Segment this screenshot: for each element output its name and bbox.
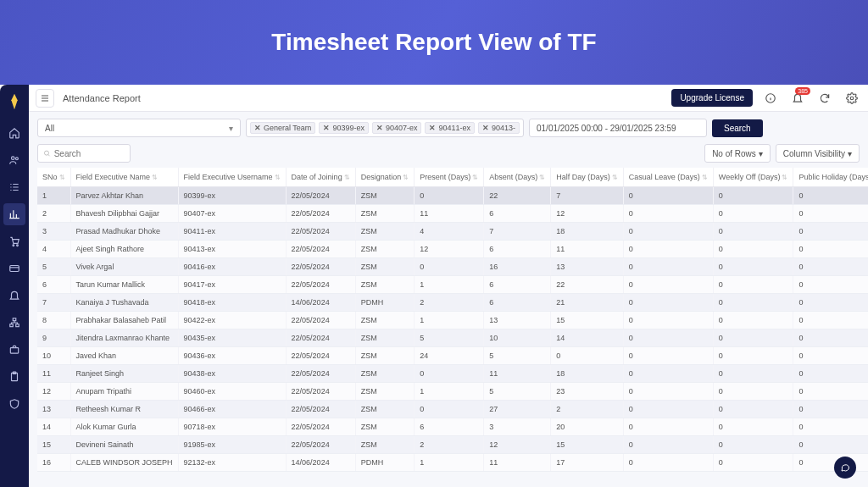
table-row[interactable]: 4Ajeet Singh Rathore90413-ex22/05/2024ZS… <box>37 241 868 258</box>
table-cell: 22/05/2024 <box>286 276 355 294</box>
table-cell: 5 <box>484 383 551 401</box>
nav-home-icon[interactable] <box>3 122 25 144</box>
svg-rect-8 <box>10 348 18 353</box>
table-cell: 0 <box>415 365 484 383</box>
table-row[interactable]: 13Retheesh Kumar R90466-ex22/05/2024ZSM0… <box>37 401 868 418</box>
table-search[interactable] <box>37 144 131 163</box>
chevron-down-icon: ▾ <box>848 149 852 158</box>
table-row[interactable]: 1Parvez Akhtar Khan90399-ex22/05/2024ZSM… <box>37 187 868 205</box>
table-cell: 22 <box>551 276 624 294</box>
table-row[interactable]: 8Prabhakar Balasaheb Patil90422-ex22/05/… <box>37 312 868 329</box>
column-header[interactable]: Absent (Days)⇅ <box>484 168 551 187</box>
refresh-icon[interactable] <box>815 89 834 108</box>
table-cell: 10 <box>37 347 70 365</box>
table-cell: CALEB WINDSOR JOSEPH <box>70 454 178 472</box>
menu-toggle-button[interactable] <box>36 89 54 108</box>
rows-dropdown[interactable]: No of Rows▾ <box>704 144 771 163</box>
table-cell: ZSM <box>355 365 415 383</box>
table-cell: 6 <box>415 418 484 436</box>
table-row[interactable]: 5Vivek Argal90416-ex22/05/2024ZSM0161300… <box>37 258 868 276</box>
table-cell: 6 <box>484 241 551 258</box>
nav-reports-icon[interactable] <box>3 203 25 225</box>
nav-tasks-icon[interactable] <box>3 176 25 198</box>
table-row[interactable]: 3Prasad Madhukar Dhoke90411-ex22/05/2024… <box>37 223 868 241</box>
column-visibility-dropdown[interactable]: Column Visibility▾ <box>776 144 860 163</box>
table-cell: 90418-ex <box>178 294 286 312</box>
filter-dropdown-value: All <box>45 124 54 133</box>
table-cell: 6 <box>484 205 551 223</box>
filter-chip-box[interactable]: ✕General Team✕90399-ex✕90407-ex✕90411-ex… <box>246 119 524 137</box>
table-cell: Retheesh Kumar R <box>70 401 178 418</box>
table-cell: 0 <box>415 258 484 276</box>
table-cell: 0 <box>415 401 484 418</box>
column-header[interactable]: Field Executive Username⇅ <box>178 168 286 187</box>
table-cell: ZSM <box>355 312 415 329</box>
svg-rect-6 <box>10 324 14 327</box>
column-header[interactable]: Public Holiday (Days)⇅ <box>793 168 868 187</box>
filter-dropdown[interactable]: All ▾ <box>37 119 241 137</box>
table-cell: 2 <box>415 436 484 454</box>
table-cell: 5 <box>37 258 70 276</box>
nav-users-icon[interactable] <box>3 149 25 171</box>
nav-clipboard-icon[interactable] <box>3 366 25 388</box>
column-header[interactable]: Casual Leave (Days)⇅ <box>623 168 713 187</box>
column-header[interactable]: Date of Joining⇅ <box>286 168 355 187</box>
table-row[interactable]: 6Tarun Kumar Mallick90417-ex22/05/2024ZS… <box>37 276 868 294</box>
table-row[interactable]: 15Devineni Sainath91985-ex22/05/2024ZSM2… <box>37 436 868 454</box>
column-header[interactable]: Weekly Off (Days)⇅ <box>713 168 793 187</box>
search-button[interactable]: Search <box>712 119 763 137</box>
nav-shield-icon[interactable] <box>3 393 25 415</box>
column-header[interactable]: Field Executive Name⇅ <box>70 168 178 187</box>
table-row[interactable]: 9Jitendra Laxmanrao Khante90435-ex22/05/… <box>37 329 868 347</box>
filter-chip[interactable]: ✕General Team <box>250 122 315 134</box>
hero-title: Timesheet Report View of TF <box>271 29 596 56</box>
table-row[interactable]: 7Kanaiya J Tushavada90418-ex14/06/2024PD… <box>37 294 868 312</box>
nav-card-icon[interactable] <box>3 257 25 279</box>
filter-chip[interactable]: ✕90407-ex <box>372 122 422 134</box>
table-cell: 9 <box>37 329 70 347</box>
nav-cart-icon[interactable] <box>3 230 25 252</box>
column-header[interactable]: Half Day (Days)⇅ <box>551 168 624 187</box>
table-row[interactable]: 12Anupam Tripathi90460-ex22/05/2024ZSM15… <box>37 383 868 401</box>
column-header[interactable]: SNo⇅ <box>37 168 70 187</box>
table-cell: Tarun Kumar Mallick <box>70 276 178 294</box>
table-cell: 4 <box>37 241 70 258</box>
table-cell: ZSM <box>355 401 415 418</box>
table-cell: 14/06/2024 <box>286 294 355 312</box>
table-cell: 0 <box>623 258 713 276</box>
sort-icon: ⇅ <box>702 174 708 181</box>
table-row[interactable]: 11Ranjeet Singh90438-ex22/05/2024ZSM0111… <box>37 365 868 383</box>
filter-chip[interactable]: ✕90413- <box>478 122 520 134</box>
table-search-input[interactable] <box>54 149 125 158</box>
column-header[interactable]: Present (Days)⇅ <box>415 168 484 187</box>
chat-fab-button[interactable] <box>834 457 856 479</box>
sort-icon: ⇅ <box>539 174 545 181</box>
hero-banner: Timesheet Report View of TF <box>0 0 868 85</box>
table-cell: 6 <box>37 276 70 294</box>
upgrade-license-button[interactable]: Upgrade License <box>671 89 753 107</box>
table-row[interactable]: 16CALEB WINDSOR JOSEPH92132-ex14/06/2024… <box>37 454 868 472</box>
table-row[interactable]: 14Alok Kumar Gurla90718-ex22/05/2024ZSM6… <box>37 418 868 436</box>
nav-briefcase-icon[interactable] <box>3 339 25 361</box>
table-cell: 11 <box>484 365 551 383</box>
notifications-icon[interactable]: 385 <box>788 89 807 108</box>
table-cell: 13 <box>37 401 70 418</box>
table-cell: 13 <box>551 258 624 276</box>
settings-icon[interactable] <box>843 89 861 108</box>
info-icon[interactable] <box>761 89 780 108</box>
filter-chip[interactable]: ✕90411-ex <box>425 122 475 134</box>
table-row[interactable]: 2Bhavesh Dilipbhai Gajjar90407-ex22/05/2… <box>37 205 868 223</box>
filter-chip[interactable]: ✕90399-ex <box>319 122 369 134</box>
column-header[interactable]: Designation⇅ <box>355 168 415 187</box>
sort-icon: ⇅ <box>275 174 281 181</box>
table-cell: 0 <box>713 329 793 347</box>
table-cell: 90436-ex <box>178 347 286 365</box>
table-row[interactable]: 10Javed Khan90436-ex22/05/2024ZSM2450000… <box>37 347 868 365</box>
nav-org-icon[interactable] <box>3 312 25 334</box>
table-cell: 22/05/2024 <box>286 312 355 329</box>
date-range-input[interactable] <box>529 119 707 137</box>
nav-bell-icon[interactable] <box>3 285 25 307</box>
table-cell: 23 <box>551 383 624 401</box>
table-cell: 2 <box>415 294 484 312</box>
table-scroll[interactable]: SNo⇅Field Executive Name⇅Field Executive… <box>29 168 868 487</box>
